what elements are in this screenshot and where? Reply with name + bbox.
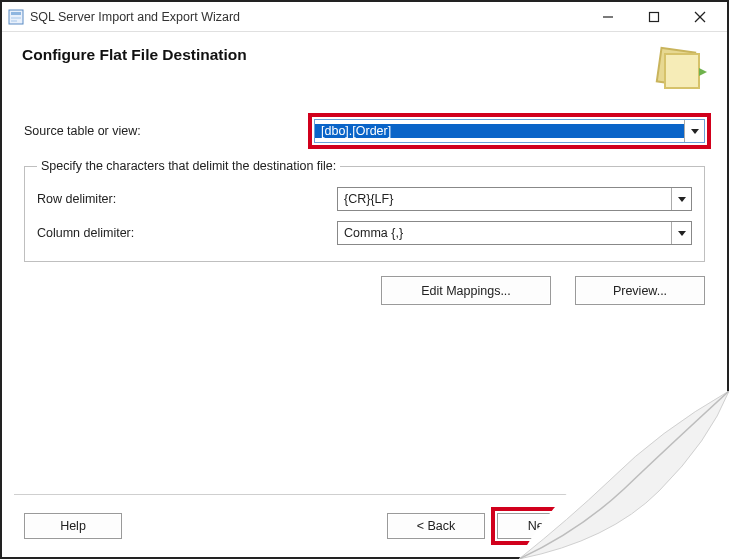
next-button[interactable]: Next >: [497, 513, 595, 539]
chevron-down-icon[interactable]: [671, 188, 691, 210]
delimiter-legend: Specify the characters that delimit the …: [37, 159, 340, 173]
wizard-icon: [653, 46, 707, 92]
column-delimiter-select[interactable]: Comma {,}: [337, 221, 692, 245]
maximize-button[interactable]: [631, 2, 677, 31]
column-delimiter-value: Comma {,}: [338, 226, 671, 240]
column-delimiter-label: Column delimiter:: [37, 226, 337, 240]
row-delimiter-value: {CR}{LF}: [338, 192, 671, 206]
back-button[interactable]: < Back: [387, 513, 485, 539]
column-delimiter-row: Column delimiter: Comma {,}: [37, 221, 692, 245]
row-delimiter-row: Row delimiter: {CR}{LF}: [37, 187, 692, 211]
app-icon: [8, 9, 24, 25]
row-delimiter-select[interactable]: {CR}{LF}: [337, 187, 692, 211]
help-button[interactable]: Help: [24, 513, 122, 539]
svg-rect-1: [11, 12, 21, 15]
wizard-window: SQL Server Import and Export Wizard Conf…: [0, 0, 729, 559]
svg-rect-3: [11, 20, 17, 22]
page-title: Configure Flat File Destination: [22, 46, 653, 64]
svg-rect-2: [11, 17, 21, 19]
minimize-button[interactable]: [585, 2, 631, 31]
page-header: Configure Flat File Destination: [2, 32, 727, 101]
footer: Help < Back Next > Finish >|: [2, 495, 727, 557]
window-buttons: [585, 2, 723, 31]
finish-button: Finish >|: [607, 513, 705, 539]
chevron-down-icon[interactable]: [671, 222, 691, 244]
row-delimiter-label: Row delimiter:: [37, 192, 337, 206]
svg-rect-9: [665, 54, 699, 88]
preview-button[interactable]: Preview...: [575, 276, 705, 305]
svg-marker-10: [699, 68, 707, 76]
mid-button-row: Edit Mappings... Preview...: [24, 276, 705, 305]
svg-rect-5: [650, 12, 659, 21]
window-title: SQL Server Import and Export Wizard: [30, 10, 585, 24]
chevron-down-icon[interactable]: [684, 120, 704, 142]
edit-mappings-button[interactable]: Edit Mappings...: [381, 276, 551, 305]
source-table-label: Source table or view:: [24, 124, 314, 138]
source-table-value: [dbo].[Order]: [315, 124, 684, 138]
titlebar: SQL Server Import and Export Wizard: [2, 2, 727, 32]
close-button[interactable]: [677, 2, 723, 31]
delimiter-group: Specify the characters that delimit the …: [24, 159, 705, 262]
source-table-row: Source table or view: [dbo].[Order]: [24, 119, 705, 143]
source-table-select[interactable]: [dbo].[Order]: [314, 119, 705, 143]
content-area: Source table or view: [dbo].[Order] Spec…: [2, 101, 727, 494]
